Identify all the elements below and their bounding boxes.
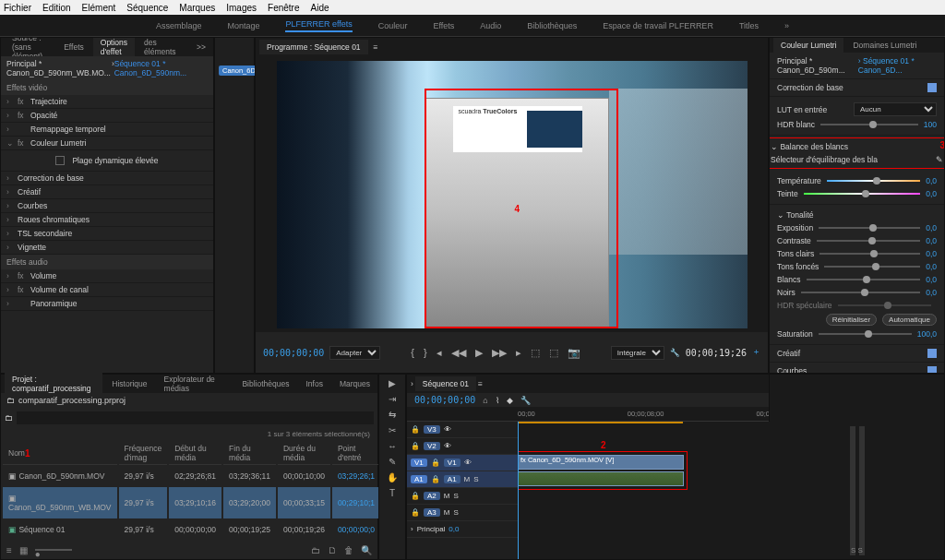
solo-icon[interactable]: S [453, 492, 458, 500]
lumetri-seq-link[interactable]: › Séquence 01 * Canon_6D... [858, 56, 937, 75]
lut-select[interactable]: Aucun [854, 102, 937, 116]
highlights-value[interactable]: 0,0 [926, 249, 937, 258]
col-fps[interactable]: Fréquence d'imag [119, 442, 168, 465]
settings-icon[interactable]: 🔧 [520, 396, 531, 405]
ec-sequence-link[interactable]: Séquence 01 * Canon_6D_590nm... [114, 59, 208, 77]
col-debut[interactable]: Début du média [169, 442, 221, 465]
track-lock-icon[interactable]: 🔒 [411, 442, 420, 450]
workspace-overflow-icon[interactable]: » [784, 21, 789, 30]
track-v2[interactable]: V2 [424, 442, 440, 450]
ripple-tool-icon[interactable]: ⇆ [389, 410, 396, 420]
tab-historique[interactable]: Historique [104, 376, 154, 391]
checkbox-courbes[interactable] [927, 366, 937, 374]
panel-menu-icon[interactable]: ≡ [374, 42, 378, 52]
menu-images[interactable]: Images [226, 3, 257, 13]
wb-title[interactable]: ⌄ Balance des blancs [771, 142, 848, 151]
eyedropper-icon[interactable]: ✎ [936, 155, 943, 164]
track-lock-icon[interactable]: 🔒 [411, 508, 420, 517]
expand-icon[interactable]: › [6, 215, 14, 224]
checkbox-correction[interactable] [927, 83, 937, 92]
track-a3[interactable]: A3 [424, 508, 440, 517]
workspace-effets[interactable]: Effets [433, 21, 454, 30]
mark-out-icon[interactable]: } [424, 347, 427, 359]
auto-button[interactable]: Automatique [882, 314, 937, 326]
track-a1[interactable]: A1 [444, 475, 461, 483]
find-icon[interactable]: 🔍 [361, 545, 372, 555]
workspace-assemblage[interactable]: Assemblage [156, 21, 202, 30]
expand-icon[interactable]: › [6, 299, 14, 308]
clip-name[interactable]: ▣ Canon_6D_590nm_WB.MOV [3, 487, 117, 518]
workspace-montage[interactable]: Montage [227, 21, 259, 30]
track-lock-icon[interactable]: 🔒 [431, 475, 440, 483]
extract-icon[interactable]: ⬚ [549, 347, 558, 359]
source-v1[interactable]: V1 [411, 459, 427, 467]
panel-menu-icon[interactable]: ≡ [478, 379, 483, 388]
slip-tool-icon[interactable]: ↔ [388, 441, 397, 451]
export-frame-icon[interactable]: 📷 [568, 347, 580, 359]
source-a1[interactable]: A1 [411, 475, 427, 483]
razor-tool-icon[interactable]: ✂ [389, 425, 396, 435]
menu-aide[interactable]: Aide [311, 3, 329, 13]
checkbox-creatif[interactable] [927, 349, 937, 358]
fx-icon[interactable]: fx [18, 271, 27, 280]
expand-icon[interactable]: › [6, 243, 14, 252]
menu-marques[interactable]: Marques [179, 3, 215, 13]
tab-infos[interactable]: Infos [298, 376, 329, 391]
expand-icon[interactable]: › [6, 125, 14, 134]
expand-icon[interactable]: › [6, 229, 14, 238]
menu-sequence[interactable]: Séquence [126, 3, 168, 13]
tab-biblio[interactable]: Bibliothèques [234, 376, 296, 391]
fx-icon[interactable]: fx [18, 285, 27, 294]
workspace-plferrer[interactable]: PLFERRER effets [285, 19, 352, 32]
expo-slider[interactable] [819, 227, 920, 229]
track-lock-icon[interactable]: 🔒 [431, 459, 440, 467]
workspace-audio[interactable]: Audio [480, 21, 501, 30]
work-area-bar[interactable] [518, 422, 793, 423]
add-button-icon[interactable]: ＋ [752, 347, 760, 358]
fx-icon[interactable]: fx [18, 111, 27, 120]
filter-icon[interactable]: 🗀 [5, 413, 13, 423]
temp-slider[interactable] [827, 180, 920, 182]
col-nom[interactable]: Nom 1 [3, 442, 117, 465]
expand-icon[interactable]: › [6, 285, 14, 294]
list-view-icon[interactable]: ≡ [6, 545, 12, 555]
play-icon[interactable]: ▶ [475, 347, 483, 359]
expand-icon[interactable]: › [6, 187, 14, 197]
toggle-output-icon[interactable]: 👁 [464, 459, 472, 467]
workspace-couleur[interactable]: Couleur [378, 21, 408, 30]
icon-view-icon[interactable]: ▦ [19, 545, 28, 555]
tab-effets[interactable]: Effets [56, 40, 91, 54]
prev-frame-icon[interactable]: ◂ [437, 347, 442, 359]
highlights-slider[interactable] [819, 253, 920, 255]
lumetri-vignette[interactable]: Vignette [18, 243, 46, 252]
workspace-biblio[interactable]: Bibliothèques [527, 21, 577, 30]
track-a2[interactable]: A2 [424, 492, 440, 500]
section-courbes[interactable]: Courbes [777, 366, 807, 374]
solo-icon[interactable]: S [473, 475, 478, 483]
effect-couleur-lumetri[interactable]: Couleur Lumetri [30, 138, 86, 148]
toggle-output-icon[interactable]: 👁 [444, 425, 451, 434]
contrast-value[interactable]: 0,0 [926, 236, 937, 245]
timeline-timecode[interactable]: 00;00;00;00 [414, 395, 475, 405]
track-v3[interactable]: V3 [424, 425, 440, 434]
lumetri-correction-head[interactable]: Correction de base [777, 83, 843, 92]
expo-value[interactable]: 0,0 [926, 223, 937, 232]
expand-icon[interactable]: › [6, 111, 14, 120]
reset-button[interactable]: Réinitialiser [826, 314, 877, 326]
collapse-icon[interactable]: ⌄ [6, 138, 14, 148]
expand-icon[interactable]: › [6, 173, 14, 183]
step-back-icon[interactable]: ◀◀ [451, 347, 466, 359]
workspace-titles[interactable]: Titles [739, 21, 759, 30]
lift-icon[interactable]: ⬚ [531, 347, 540, 359]
effect-remappage[interactable]: Remappage temporel [30, 125, 106, 134]
expand-icon[interactable]: › [6, 271, 14, 280]
lumetri-tsl[interactable]: TSL secondaire [18, 229, 72, 238]
mute-icon[interactable]: M [444, 508, 450, 517]
table-row[interactable]: ▣ Canon_6D_590nm_WB.MOV29,97 i/s03;29;10… [3, 487, 380, 518]
track-lock-icon[interactable]: 🔒 [411, 425, 420, 434]
principal-value[interactable]: 0,0 [449, 525, 459, 533]
blacks-value[interactable]: 0,0 [926, 288, 937, 297]
fx-icon[interactable]: fx [18, 138, 27, 148]
saturation-value[interactable]: 100,0 [917, 329, 937, 339]
mark-in-icon[interactable]: { [411, 347, 414, 359]
